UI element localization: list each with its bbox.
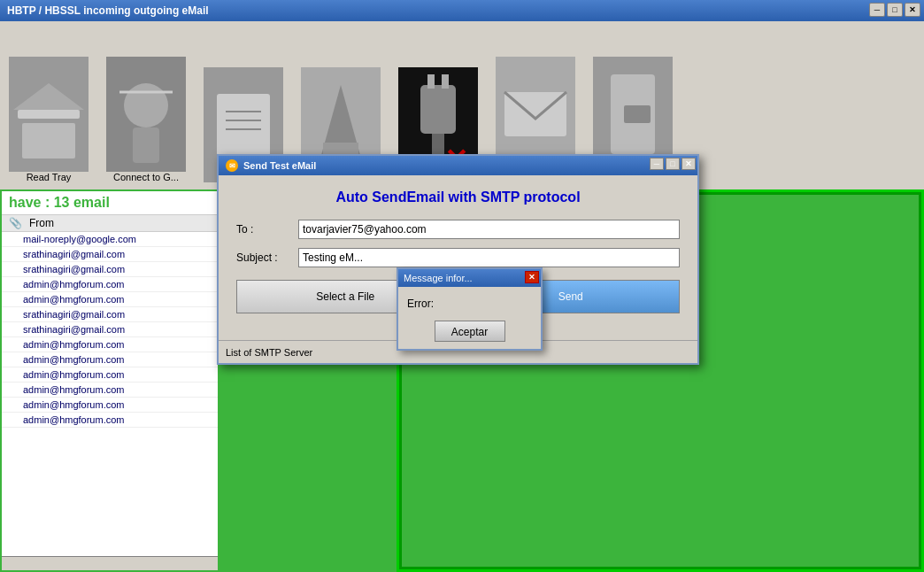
maximize-button[interactable]: □ — [887, 3, 903, 17]
send-dialog-close[interactable]: ✕ — [681, 158, 696, 170]
minimize-button[interactable]: ─ — [869, 3, 885, 17]
error-text: Error: — [407, 298, 532, 310]
send-dialog-controls: ─ □ ✕ — [650, 158, 696, 170]
message-info-dialog: Message infor... ✕ Error: Aceptar — [397, 267, 543, 351]
close-button[interactable]: ✕ — [905, 3, 920, 17]
message-dialog-content: Error: Aceptar — [398, 287, 541, 349]
accept-button[interactable]: Aceptar — [435, 321, 505, 342]
dialog-icon: ✉ — [226, 159, 238, 172]
send-dialog-minimize[interactable]: ─ — [650, 158, 664, 170]
subject-input[interactable] — [298, 248, 680, 267]
subject-row: Subject : — [236, 248, 680, 267]
title-text: HBTP / HBSSL incoming outgoing eMail — [7, 4, 209, 17]
title-bar: HBTP / HBSSL incoming outgoing eMail ─ □… — [0, 0, 924, 21]
message-dialog-title-text: Message infor... — [404, 273, 473, 283]
main-area: Read Tray Connect to G... — [0, 21, 924, 572]
to-label: To : — [236, 223, 298, 236]
send-dialog-maximize[interactable]: □ — [666, 158, 680, 170]
send-dialog-title-bar: ✉ Send Test eMail ─ □ ✕ — [219, 156, 697, 175]
subject-label: Subject : — [236, 251, 298, 264]
send-dialog-heading: Auto SendEmail with SMTP protocol — [236, 189, 680, 205]
message-close-button[interactable]: ✕ — [525, 271, 539, 283]
message-dialog-title-bar: Message infor... ✕ — [398, 269, 541, 287]
send-dialog-title-text: Send Test eMail — [243, 160, 316, 171]
window-controls: ─ □ ✕ — [869, 3, 920, 17]
to-row: To : — [236, 220, 680, 239]
footer-text: List of SMTP Server — [226, 347, 312, 358]
to-input[interactable] — [298, 220, 680, 239]
